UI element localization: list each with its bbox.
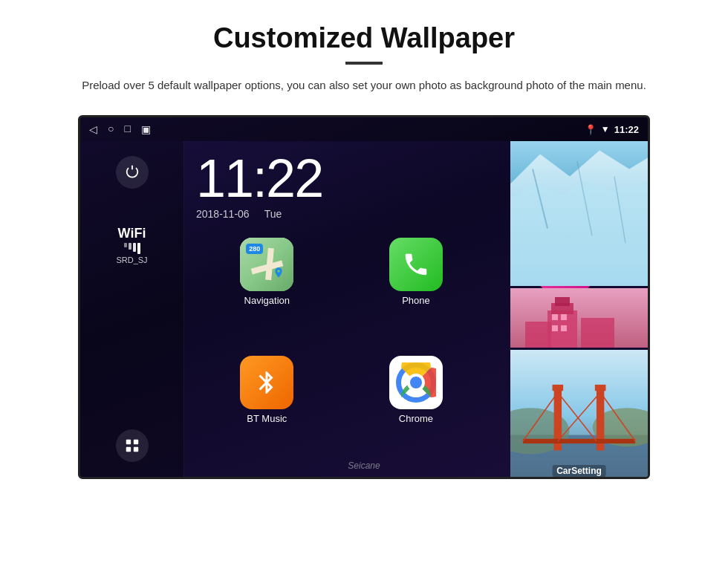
svg-rect-27 (581, 318, 614, 348)
wallpaper-previews: CarSetting (510, 141, 648, 479)
map-background: 280 (240, 238, 293, 291)
svg-rect-1 (133, 440, 137, 444)
svg-rect-29 (561, 314, 567, 320)
navigation-app-icon: 280 (240, 238, 293, 291)
app-chrome[interactable]: Chrome (345, 356, 487, 466)
bridge-artwork: CarSetting (510, 350, 648, 479)
chrome-label: Chrome (399, 413, 433, 424)
wifi-label: WiFi (116, 226, 147, 241)
svg-rect-30 (552, 325, 558, 331)
svg-rect-38 (523, 439, 635, 443)
apps-button[interactable] (116, 429, 149, 462)
title-divider (345, 62, 383, 65)
main-content: WiFi SRD_SJ (80, 141, 648, 477)
svg-point-9 (410, 377, 422, 388)
bt-music-icon (240, 356, 293, 409)
recent-icon[interactable]: □ (124, 123, 130, 135)
svg-rect-31 (561, 325, 567, 331)
glacier-artwork (510, 141, 648, 286)
svg-rect-0 (126, 440, 130, 444)
svg-marker-18 (510, 180, 648, 285)
carsetting-label: CarSetting (552, 465, 606, 477)
clock-day: Tue (264, 208, 282, 220)
wifi-ssid: SRD_SJ (116, 256, 147, 264)
status-icons-right: 📍 ▼ 11:22 (585, 124, 639, 135)
wallpaper-bridge[interactable]: CarSetting (510, 350, 648, 479)
power-button[interactable] (116, 156, 149, 189)
svg-rect-25 (555, 297, 570, 306)
svg-rect-2 (126, 447, 130, 452)
page-description: Preload over 5 default wallpaper options… (45, 77, 683, 94)
clock-time: 11:22 (196, 152, 535, 205)
home-icon[interactable]: ○ (108, 123, 114, 135)
back-icon[interactable]: ◁ (89, 123, 97, 136)
status-bar: ◁ ○ □ ▣ 📍 ▼ 11:22 (80, 117, 648, 141)
app-navigation[interactable]: 280 Navigation (196, 238, 338, 348)
phone-app-icon (389, 238, 443, 291)
svg-rect-26 (525, 322, 551, 348)
clock-date-row: 2018-11-06 Tue (196, 208, 535, 220)
chrome-app-icon (389, 356, 443, 409)
wifi-signal-bars (116, 243, 147, 254)
svg-rect-44 (595, 385, 606, 391)
android-screen: ◁ ○ □ ▣ 📍 ▼ 11:22 (78, 115, 650, 479)
wallpaper-glacier[interactable] (510, 141, 648, 286)
status-time: 11:22 (614, 124, 639, 135)
clock-block: 11:22 2018-11-06 Tue (196, 152, 535, 220)
screenshot-area: ◁ ○ □ ▣ 📍 ▼ 11:22 (45, 115, 683, 479)
app-phone[interactable]: Phone (345, 238, 487, 348)
phone-label: Phone (402, 295, 430, 306)
btmusic-label: BT Music (247, 413, 287, 424)
clock-date: 2018-11-06 (196, 208, 250, 220)
app-btmusic[interactable]: BT Music (196, 356, 338, 466)
map-route-badge: 280 (246, 244, 263, 254)
status-icons-left: ◁ ○ □ ▣ (89, 123, 151, 136)
sidebar: WiFi SRD_SJ (80, 141, 184, 477)
svg-rect-3 (133, 447, 137, 452)
wifi-widget: WiFi SRD_SJ (116, 226, 147, 264)
navigation-label: Navigation (244, 295, 290, 306)
wallpaper-building[interactable] (510, 288, 648, 348)
svg-rect-28 (552, 314, 558, 320)
location-icon: 📍 (585, 124, 597, 135)
screenshot-icon[interactable]: ▣ (141, 123, 151, 136)
map-pin-icon (273, 267, 285, 282)
page-title: Customized Wallpaper (45, 22, 683, 54)
building-artwork (510, 288, 648, 348)
svg-rect-43 (553, 385, 564, 391)
watermark: Seicane (348, 461, 380, 471)
wifi-status-icon: ▼ (601, 124, 610, 134)
